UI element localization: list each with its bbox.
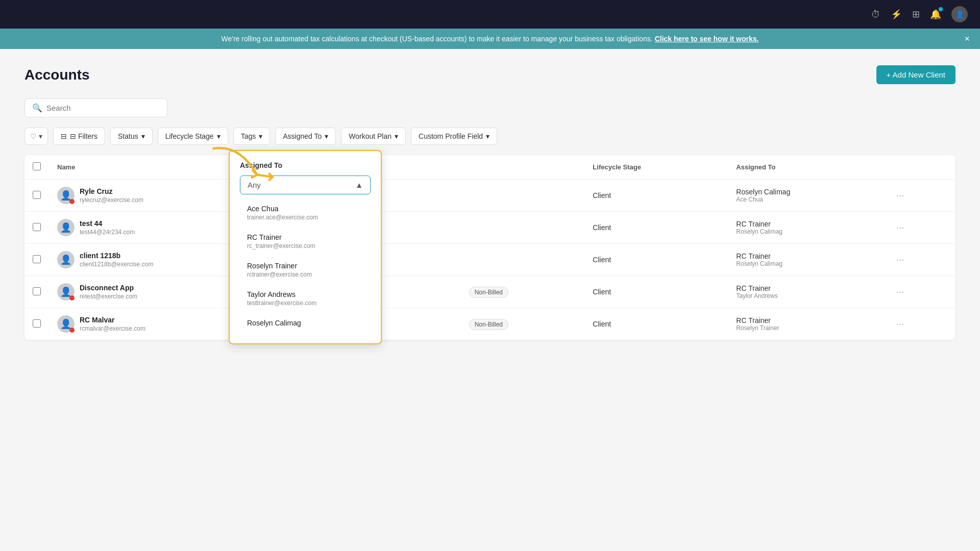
option-email: trainer.ace@exercise.com xyxy=(247,214,363,221)
lifecycle-stage: Client xyxy=(584,212,728,244)
select-all-checkbox[interactable] xyxy=(33,162,41,170)
filter-bar: ♡ ▾ ⊟ ⊟ Filters Status ▾ Lifecycle Stage… xyxy=(24,128,955,145)
search-bar-container: 🔍 xyxy=(24,98,167,117)
chevron-down-icon: ▾ xyxy=(217,132,220,140)
client-email: retest@exercise.com xyxy=(80,293,137,300)
search-input[interactable] xyxy=(46,104,160,112)
table-row: 👤 Ryle Cruz rylecruz@exercise.com Thu, .… xyxy=(24,180,955,212)
option-email: rctrainer@exercise.com xyxy=(247,271,363,278)
avatar: 👤 xyxy=(57,315,75,333)
lifecycle-stage-filter[interactable]: Lifecycle Stage ▾ xyxy=(158,128,228,145)
assigned-to-filter[interactable]: Assigned To ▾ xyxy=(275,128,336,145)
dropdown-option[interactable]: Ace Chua trainer.ace@exercise.com xyxy=(240,198,371,227)
status-dot xyxy=(69,295,75,300)
more-options-button[interactable]: ··· xyxy=(892,188,908,203)
option-name: Ace Chua xyxy=(247,205,363,213)
more-options-button[interactable]: ··· xyxy=(892,317,908,332)
workout-plan-label: Workout Plan xyxy=(349,132,391,140)
col-actions xyxy=(884,155,955,180)
lifecycle-stage: Client xyxy=(584,308,728,340)
row-checkbox[interactable] xyxy=(33,287,41,295)
status-dot xyxy=(69,328,75,333)
chevron-down-icon: ▾ xyxy=(486,132,489,140)
main-content: Accounts + Add New Client 🔍 ♡ ▾ ⊟ ⊟ Filt… xyxy=(0,49,980,356)
dropdown-option[interactable]: Roselyn Trainer rctrainer@exercise.com xyxy=(240,256,371,284)
avatar: 👤 xyxy=(57,219,75,236)
assigned-name: RC Trainer xyxy=(736,284,876,292)
option-name: RC Trainer xyxy=(247,233,363,241)
status-filter[interactable]: Status ▾ xyxy=(110,128,153,145)
row-checkbox[interactable] xyxy=(33,223,41,231)
assigned-to-cell: RC Trainer Roselyn Calimag xyxy=(728,244,884,276)
assigned-name: RC Trainer xyxy=(736,316,876,324)
assigned-to-label: Assigned To xyxy=(283,132,322,140)
chevron-down-icon: ▾ xyxy=(141,132,145,140)
workout-plan-filter[interactable]: Workout Plan ▾ xyxy=(341,128,406,145)
more-options-button[interactable]: ··· xyxy=(892,253,908,267)
lightning-icon[interactable]: ⚡ xyxy=(891,9,902,20)
bell-icon[interactable]: 🔔 xyxy=(930,9,941,20)
assigned-name: RC Trainer xyxy=(736,220,876,228)
chevron-down-icon: ▾ xyxy=(395,132,398,140)
assigned-sub: Ace Chua xyxy=(736,196,876,203)
avatar: 👤 xyxy=(57,187,75,204)
assigned-to-cell: RC Trainer Roselyn Calimag xyxy=(728,212,884,244)
billing-status: Non-Billed xyxy=(469,287,508,298)
assigned-name: Roselyn Calimag xyxy=(736,188,876,196)
banner-close-button[interactable]: × xyxy=(964,34,970,44)
assigned-to-dropdown-popup: Assigned To Any ▲ Ace Chua trainer.ace@e… xyxy=(229,150,382,344)
client-name: Disconnect App xyxy=(80,284,137,292)
page-title: Accounts xyxy=(24,67,90,83)
dropdown-title: Assigned To xyxy=(240,161,371,169)
option-email: testtrainer@exercise.com xyxy=(247,299,363,307)
custom-profile-field-filter[interactable]: Custom Profile Field ▾ xyxy=(411,128,497,145)
client-name: RC Malvar xyxy=(80,316,145,324)
client-email: test44@24r234.com xyxy=(80,229,135,236)
chevron-down-icon: ▾ xyxy=(259,132,262,140)
row-checkbox[interactable] xyxy=(33,255,41,263)
col-billing xyxy=(461,155,585,180)
add-new-client-button[interactable]: + Add New Client xyxy=(876,65,955,84)
avatar-icon: 👤 xyxy=(955,10,964,18)
more-options-button[interactable]: ··· xyxy=(892,220,908,235)
grid-icon[interactable]: ⊞ xyxy=(912,9,920,20)
billing-status: Non-Billed xyxy=(469,319,508,330)
col-assigned-to: Assigned To xyxy=(728,155,884,180)
avatar[interactable]: 👤 xyxy=(951,6,968,22)
status-label: Status xyxy=(118,132,138,140)
more-options-button[interactable]: ··· xyxy=(892,285,908,299)
banner-link[interactable]: Click here to see how it works. xyxy=(655,35,759,43)
billing-badge: Non-Billed xyxy=(461,276,585,308)
avatar: 👤 xyxy=(57,283,75,300)
filter-icon: ⊟ xyxy=(61,132,67,140)
dropdown-option[interactable]: Taylor Andrews testtrainer@exercise.com xyxy=(240,284,371,313)
assigned-sub: Taylor Andrews xyxy=(736,292,876,299)
chevron-up-icon: ▲ xyxy=(355,181,363,189)
avatar-icon: 👤 xyxy=(60,222,71,233)
tags-label: Tags xyxy=(241,132,256,140)
assigned-to-cell: RC Trainer Roselyn Trainer xyxy=(728,308,884,340)
top-navigation: ⏱ ⚡ ⊞ 🔔 👤 xyxy=(0,0,980,29)
dropdown-option[interactable]: Roselyn Calimag xyxy=(240,313,371,333)
assigned-sub: Roselyn Trainer xyxy=(736,324,876,332)
client-name: test 44 xyxy=(80,219,135,228)
banner-text: We're rolling out automated tax calculat… xyxy=(222,35,653,43)
client-email: rylecruz@exercise.com xyxy=(80,196,143,204)
filters-label: ⊟ Filters xyxy=(70,132,97,140)
assigned-to-cell: Roselyn Calimag Ace Chua xyxy=(728,180,884,212)
table-row: 👤 Disconnect App retest@exercise.com Sat… xyxy=(24,276,955,308)
filters-button[interactable]: ⊟ ⊟ Filters xyxy=(53,128,105,145)
lifecycle-stage: Client xyxy=(584,244,728,276)
lifecycle-stage: Client xyxy=(584,180,728,212)
dropdown-option[interactable]: RC Trainer rc_trainer@exercise.com xyxy=(240,227,371,256)
assigned-to-select[interactable]: Any ▲ xyxy=(240,176,371,194)
accounts-table: Name Signup Date Lifecycle Stage Assigne… xyxy=(24,155,955,340)
row-checkbox[interactable] xyxy=(33,319,41,328)
option-name: Roselyn Calimag xyxy=(247,319,363,327)
custom-profile-field-label: Custom Profile Field xyxy=(419,132,483,140)
favorites-button[interactable]: ♡ ▾ xyxy=(24,128,48,145)
tags-filter[interactable]: Tags ▾ xyxy=(233,128,271,145)
status-dot xyxy=(69,199,75,204)
row-checkbox[interactable] xyxy=(33,191,41,199)
history-icon[interactable]: ⏱ xyxy=(871,9,880,20)
